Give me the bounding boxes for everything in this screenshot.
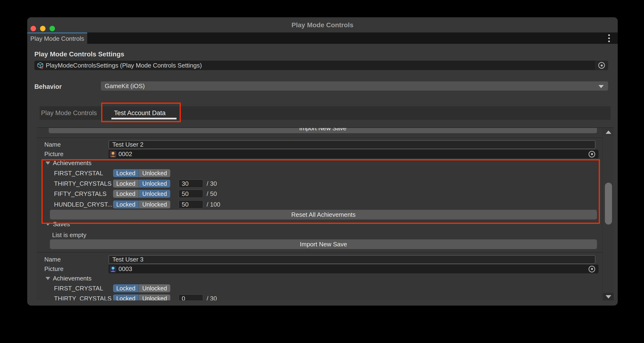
saves-empty-message: List is empty	[52, 232, 86, 239]
picture-object-field[interactable]: 0003	[108, 264, 598, 273]
achievement-state-toggle: Locked Unlocked	[113, 190, 170, 198]
vertical-scrollbar[interactable]	[602, 128, 614, 300]
picture-label: Picture	[44, 150, 64, 158]
locked-toggle-button[interactable]: Locked	[113, 284, 138, 292]
unlocked-toggle-label: Unlocked	[142, 295, 167, 300]
achievement-progress-total: / 50	[206, 190, 217, 198]
locked-toggle-label: Locked	[116, 170, 136, 177]
tab-play-mode-controls[interactable]: Play Mode Controls	[40, 106, 98, 120]
unlocked-toggle-label: Unlocked	[142, 201, 167, 208]
achievement-id: THIRTY_CRYSTALS	[54, 179, 112, 188]
behavior-dropdown[interactable]: GameKit (iOS)	[101, 81, 608, 91]
play-mode-controls-window: Play Mode Controls Play Mode Controls Pl…	[27, 17, 618, 306]
achievement-id: THIRTY_CRYSTALS	[54, 294, 112, 300]
locked-toggle-button[interactable]: Locked	[113, 190, 138, 198]
reset-all-achievements-label: Reset All Achievements	[291, 211, 356, 218]
tab-label: Test Account Data	[114, 110, 166, 117]
chevron-down-icon	[598, 85, 604, 88]
picture-picker-button[interactable]	[585, 150, 598, 158]
editor-tab-label: Play Mode Controls	[30, 35, 84, 42]
achievements-foldout-label: Achievements	[53, 160, 92, 167]
saves-foldout-label: Saves	[53, 220, 70, 228]
achievement-progress-total: / 100	[206, 200, 220, 209]
achievement-progress-total: / 30	[206, 294, 217, 300]
list-divider	[37, 252, 602, 252]
name-label: Name	[44, 140, 61, 149]
reset-all-achievements-button[interactable]: Reset All Achievements	[50, 210, 597, 220]
svg-text:{}: {}	[41, 66, 43, 69]
saves-foldout[interactable]: Saves	[46, 220, 70, 228]
locked-toggle-label: Locked	[116, 201, 136, 208]
import-new-save-label: Import New Save	[300, 241, 347, 248]
name-label: Name	[44, 255, 61, 264]
locked-toggle-button[interactable]: Locked	[113, 294, 138, 300]
picture-value: 0003	[118, 265, 132, 273]
settings-header: Play Mode Controls Settings	[34, 50, 124, 58]
locked-toggle-label: Locked	[116, 190, 136, 197]
avatar-0002-icon	[110, 151, 116, 158]
object-picker-button[interactable]	[595, 61, 608, 70]
achievement-state-toggle: Locked Unlocked	[113, 200, 170, 209]
object-field-value: PlayModeControlsSettings (Play Mode Cont…	[46, 62, 202, 69]
locked-toggle-label: Locked	[116, 285, 136, 292]
settings-object-field[interactable]: {} PlayModeControlsSettings (Play Mode C…	[34, 61, 608, 70]
import-new-save-button[interactable]: Import New Save	[48, 128, 597, 133]
achievement-id: FIRST_CRYSTAL	[54, 169, 103, 178]
achievements-foldout[interactable]: Achievements	[46, 160, 92, 167]
unlocked-toggle-button[interactable]: Unlocked	[138, 180, 170, 188]
desktop-background: Play Mode Controls Play Mode Controls Pl…	[0, 0, 644, 343]
locked-toggle-button[interactable]: Locked	[113, 200, 138, 208]
achievement-progress-input[interactable]	[178, 200, 203, 209]
picture-object-field[interactable]: 0002	[108, 150, 598, 158]
behavior-dropdown-value: GameKit (iOS)	[105, 82, 145, 90]
unlocked-toggle-button[interactable]: Unlocked	[138, 169, 170, 177]
achievement-state-toggle: Locked Unlocked	[113, 169, 170, 178]
unlocked-toggle-label: Unlocked	[142, 180, 167, 187]
active-tab-underline	[111, 118, 176, 120]
locked-toggle-label: Locked	[116, 295, 136, 300]
account-list-scrollview[interactable]: Import New Save Name Picture 0002	[37, 128, 614, 300]
picture-picker-icon	[588, 151, 595, 158]
locked-toggle-label: Locked	[116, 180, 136, 187]
achievement-state-toggle: Locked Unlocked	[113, 179, 170, 188]
achievement-progress-input[interactable]	[178, 190, 203, 198]
achievement-state-toggle: Locked Unlocked	[113, 284, 170, 292]
scroll-down-icon	[606, 295, 611, 298]
unlocked-toggle-button[interactable]: Unlocked	[138, 284, 170, 292]
unlocked-toggle-label: Unlocked	[142, 190, 167, 197]
window-titlebar[interactable]: Play Mode Controls	[27, 17, 618, 32]
name-input[interactable]	[108, 140, 596, 149]
unlocked-toggle-button[interactable]: Unlocked	[138, 200, 170, 208]
achievement-id: FIRST_CRYSTAL	[54, 284, 103, 292]
window-menu-kebab-icon[interactable]	[606, 32, 612, 44]
scroll-up-button[interactable]	[603, 128, 614, 136]
achievements-foldout-label: Achievements	[53, 275, 92, 282]
name-input[interactable]	[108, 255, 596, 264]
achievements-foldout[interactable]: Achievements	[46, 275, 92, 282]
window-title: Play Mode Controls	[27, 17, 618, 32]
scrollbar-thumb[interactable]	[605, 183, 612, 224]
picture-label: Picture	[44, 264, 64, 273]
foldout-open-icon	[46, 277, 50, 280]
scroll-down-button[interactable]	[603, 293, 614, 300]
unlocked-toggle-button[interactable]: Unlocked	[138, 294, 170, 300]
foldout-open-icon	[46, 223, 50, 226]
locked-toggle-button[interactable]: Locked	[113, 180, 138, 188]
behavior-label: Behavior	[34, 83, 62, 90]
locked-toggle-button[interactable]: Locked	[113, 169, 138, 177]
import-new-save-button[interactable]: Import New Save	[50, 239, 597, 249]
editor-tab-play-mode-controls[interactable]: Play Mode Controls	[27, 32, 87, 44]
unlocked-toggle-button[interactable]: Unlocked	[138, 190, 170, 198]
achievement-progress-input[interactable]	[178, 294, 203, 300]
inner-tab-strip: Play Mode Controls Test Account Data	[40, 106, 610, 120]
tab-label: Play Mode Controls	[41, 110, 97, 117]
achievement-progress-total: / 30	[206, 179, 217, 188]
picture-value: 0002	[118, 150, 132, 158]
picture-picker-icon	[588, 266, 595, 272]
unlocked-toggle-label: Unlocked	[142, 170, 167, 177]
picture-picker-button[interactable]	[585, 264, 598, 273]
scriptable-object-icon: {}	[37, 62, 44, 69]
foldout-open-icon	[46, 162, 50, 165]
achievement-state-toggle: Locked Unlocked	[113, 294, 170, 300]
achievement-progress-input[interactable]	[178, 179, 203, 188]
